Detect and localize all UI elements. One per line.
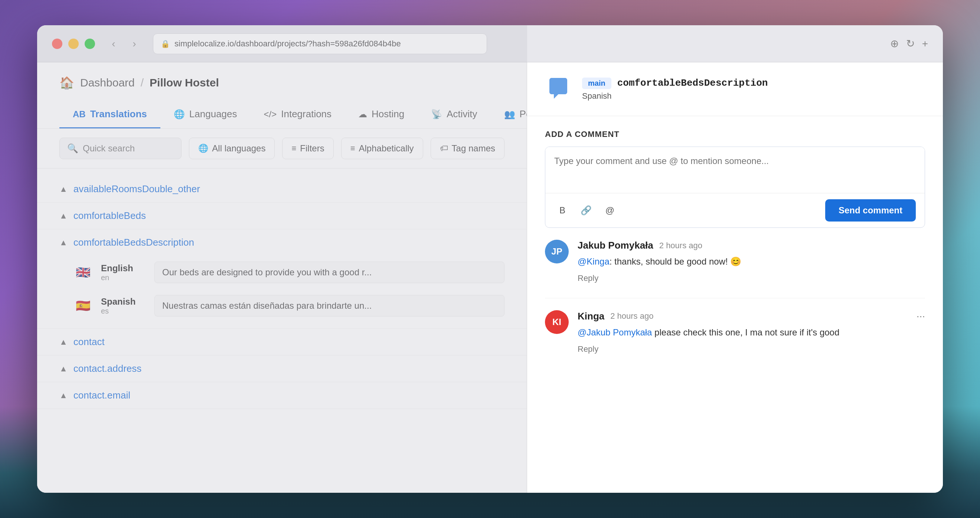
bold-button[interactable]: B: [554, 202, 571, 219]
tab-translations[interactable]: AB Translations: [59, 101, 161, 129]
translation-key-availablerooms[interactable]: ▲ availableRoomsDouble_other: [37, 176, 527, 202]
translation-value-es[interactable]: Nuestras camas están diseñadas para brin…: [154, 295, 504, 316]
avatar-jakub: JP: [545, 240, 569, 264]
comment-content-2: Kinga 2 hours ago ··· @Jakub Pomykała pl…: [578, 310, 925, 354]
close-button[interactable]: [52, 38, 62, 49]
forward-button[interactable]: ›: [127, 37, 142, 51]
key-name-comfortablebedsdesc: comfortableBedsDescription: [73, 237, 194, 248]
avatar-initials-jakub: JP: [551, 246, 562, 257]
translation-key-address[interactable]: ▲ contact.address: [37, 356, 527, 382]
nav-buttons: ‹ ›: [106, 37, 142, 51]
filters-button[interactable]: ≡ Filters: [282, 138, 333, 159]
translation-entry-es: 🇪🇸 Spanish es Nuestras camas están diseñ…: [74, 289, 504, 323]
translation-group-3: ▲ comfortableBedsDescription 🇬🇧 English …: [37, 229, 527, 329]
comment-text-2: @Jakub Pomykała please check this one, I…: [578, 326, 925, 339]
search-icon: 🔍: [67, 143, 78, 154]
comment-content-1: Jakub Pomykała 2 hours ago @Kinga: thank…: [578, 240, 925, 283]
people-icon: 👥: [504, 109, 515, 119]
minimize-button[interactable]: [68, 38, 79, 49]
tab-activity-label: Activity: [447, 108, 477, 120]
tab-activity[interactable]: 📡 Activity: [418, 101, 490, 129]
browser-actions: ⊕ ↻ +: [890, 38, 928, 50]
breadcrumb: 🏠 Dashboard / Pillow Hostel: [59, 76, 504, 90]
send-comment-button[interactable]: Send comment: [825, 199, 916, 221]
reply-button-1[interactable]: Reply: [578, 273, 598, 283]
key-name-address: contact.address: [73, 363, 142, 374]
reply-button-2[interactable]: Reply: [578, 344, 598, 354]
key-name-availablerooms: availableRoomsDouble_other: [73, 183, 200, 195]
sort-button[interactable]: ≡ Alphabetically: [341, 138, 423, 159]
translation-key-contact[interactable]: ▲ contact: [37, 329, 527, 355]
translation-group-2: ▲ comfortableBeds: [37, 203, 527, 229]
translations-icon: AB: [73, 109, 86, 119]
tab-translations-label: Translations: [90, 108, 147, 120]
expand-icon-3: ▲: [59, 238, 68, 248]
breadcrumb-base[interactable]: Dashboard: [80, 76, 135, 89]
avatar-kinga: KI: [545, 310, 569, 334]
breadcrumb-separator: /: [141, 76, 144, 89]
tab-integrations[interactable]: </> Integrations: [251, 101, 345, 129]
comment-body: ADD A COMMENT B 🔗 @ Send comment JP: [527, 116, 943, 493]
comment-body-text-1: : thanks, should be good now! 😊: [609, 256, 742, 267]
translation-group-1: ▲ availableRoomsDouble_other: [37, 176, 527, 203]
translation-list: ▲ availableRoomsDouble_other ▲ comfortab…: [37, 168, 527, 493]
activity-icon: 📡: [431, 109, 442, 119]
add-tab-button[interactable]: +: [922, 38, 928, 50]
sort-icon: ≡: [350, 144, 355, 153]
expand-icon-2: ▲: [59, 211, 68, 221]
tab-people-label: Peo...: [520, 108, 527, 120]
main-tag: main: [582, 78, 611, 89]
extensions-button[interactable]: ⊕: [890, 38, 899, 50]
filters-label: Filters: [300, 143, 324, 154]
translation-group-4: ▲ contact: [37, 329, 527, 356]
languages-filter-label: All languages: [212, 143, 266, 154]
nav-tabs: AB Translations 🌐 Languages </> Integrat…: [59, 101, 504, 129]
browser-chrome: ‹ › 🔒 simplelocalize.io/dashboard/projec…: [37, 25, 943, 62]
filter-icon: ≡: [291, 144, 296, 153]
mention-button[interactable]: @: [602, 202, 618, 219]
comment-more-button-2[interactable]: ···: [916, 310, 925, 322]
search-input[interactable]: [83, 143, 174, 154]
translation-key-comfortablebedsdescription[interactable]: ▲ comfortableBedsDescription: [37, 229, 527, 256]
comment-header: main comfortableBedsDescription Spanish: [527, 62, 943, 116]
comment-author-2: Kinga: [578, 311, 605, 322]
address-bar[interactable]: 🔒 simplelocalize.io/dashboard/projects/?…: [153, 33, 487, 54]
traffic-lights: [52, 38, 95, 49]
refresh-button[interactable]: ↻: [906, 38, 915, 50]
tag-names-button[interactable]: 🏷 Tag names: [431, 138, 504, 159]
comment-key-name: comfortableBedsDescription: [617, 78, 768, 89]
tab-languages[interactable]: 🌐 Languages: [161, 101, 251, 129]
key-name-comfortablebeds: comfortableBeds: [73, 210, 146, 221]
add-comment-label: ADD A COMMENT: [545, 129, 925, 139]
tab-people[interactable]: 👥 Peo...: [491, 101, 527, 129]
flag-es: 🇪🇸: [74, 299, 92, 312]
hosting-icon: ☁: [358, 109, 367, 119]
maximize-button[interactable]: [84, 38, 95, 49]
comment-mention-1: @Kinga: [578, 256, 609, 267]
main-content: 🏠 Dashboard / Pillow Hostel AB Translati…: [37, 62, 943, 493]
translation-key-email[interactable]: ▲ contact.email: [37, 382, 527, 408]
lang-info-es: Spanish es: [101, 297, 145, 315]
languages-filter-button[interactable]: 🌐 All languages: [189, 138, 275, 159]
translation-value-en[interactable]: Our beds are designed to provide you wit…: [154, 262, 504, 283]
comment-textarea-wrapper[interactable]: B 🔗 @ Send comment: [545, 146, 925, 228]
expand-icon-6: ▲: [59, 391, 68, 400]
tab-hosting-label: Hosting: [372, 108, 404, 120]
comment-header-info: main comfortableBedsDescription Spanish: [582, 78, 768, 101]
comment-textarea[interactable]: [545, 147, 925, 191]
expand-icon-4: ▲: [59, 337, 68, 347]
link-button[interactable]: 🔗: [578, 202, 594, 219]
lang-name-es: Spanish: [101, 297, 145, 307]
url-text: simplelocalize.io/dashboard/projects/?ha…: [175, 39, 479, 49]
breadcrumb-project[interactable]: Pillow Hostel: [150, 76, 219, 89]
back-button[interactable]: ‹: [106, 37, 121, 51]
translation-key-comfortablebeds[interactable]: ▲ comfortableBeds: [37, 203, 527, 229]
lock-icon: 🔒: [161, 39, 170, 48]
left-panel: 🏠 Dashboard / Pillow Hostel AB Translati…: [37, 62, 527, 493]
comment-format-toolbar: B 🔗 @ Send comment: [545, 193, 925, 227]
search-box[interactable]: 🔍: [59, 138, 181, 159]
key-name-contact: contact: [73, 336, 105, 348]
sort-label: Alphabetically: [359, 143, 414, 154]
tab-hosting[interactable]: ☁ Hosting: [345, 101, 418, 129]
lang-name-en: English: [101, 263, 145, 273]
